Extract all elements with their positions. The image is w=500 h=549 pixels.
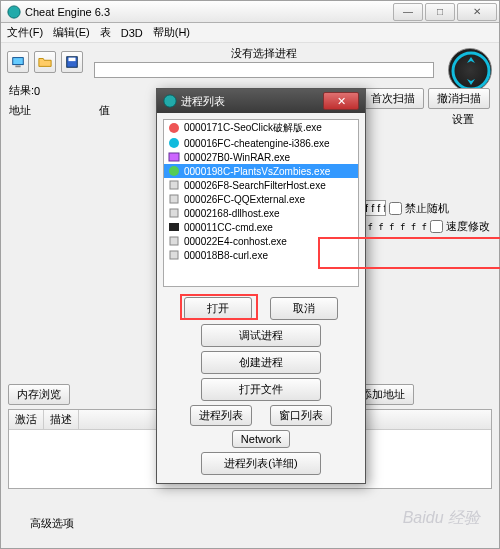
toolbar: 没有选择进程 bbox=[1, 43, 499, 81]
dialog-close-button[interactable]: ✕ bbox=[323, 92, 359, 110]
process-row[interactable]: 000026FC-QQExternal.exe bbox=[164, 192, 358, 206]
dialog-title-text: 进程列表 bbox=[181, 94, 225, 109]
cmd-icon bbox=[168, 221, 180, 233]
create-process-button[interactable]: 创建进程 bbox=[201, 351, 321, 374]
winrar-icon bbox=[168, 151, 180, 163]
process-listbox[interactable]: 0000171C-SeoClick破解版.exe 000016FC-cheate… bbox=[163, 119, 359, 287]
svg-rect-2 bbox=[15, 66, 20, 68]
process-name: 000016FC-cheatengine-i386.exe bbox=[184, 138, 330, 149]
app-icon bbox=[168, 122, 180, 134]
svg-rect-11 bbox=[170, 181, 178, 189]
minimize-button[interactable]: — bbox=[393, 3, 423, 21]
menu-table[interactable]: 表 bbox=[100, 25, 111, 40]
process-name: 000018B8-curl.exe bbox=[184, 250, 268, 261]
process-row[interactable]: 000011CC-cmd.exe bbox=[164, 220, 358, 234]
menu-edit[interactable]: 编辑(E) bbox=[53, 25, 90, 40]
speed-hack-checkbox[interactable] bbox=[430, 220, 443, 233]
process-row[interactable]: 000026F8-SearchFilterHost.exe bbox=[164, 178, 358, 192]
svg-point-0 bbox=[8, 5, 20, 17]
cheat-engine-logo[interactable] bbox=[448, 48, 492, 92]
svg-point-10 bbox=[169, 166, 179, 176]
options-panel: 禁止随机 f f f f f f f f 速度修改 bbox=[346, 200, 490, 237]
svg-rect-16 bbox=[170, 251, 178, 259]
exe-icon bbox=[168, 193, 180, 205]
computer-icon bbox=[11, 55, 25, 69]
svg-rect-4 bbox=[69, 58, 76, 62]
open-button[interactable]: 打开 bbox=[184, 297, 252, 320]
process-name: 000011CC-cmd.exe bbox=[184, 222, 273, 233]
debug-process-button[interactable]: 调试进程 bbox=[201, 324, 321, 347]
menu-file[interactable]: 文件(F) bbox=[7, 25, 43, 40]
process-name: 000026F8-SearchFilterHost.exe bbox=[184, 180, 326, 191]
svg-rect-9 bbox=[169, 153, 179, 161]
process-list-button[interactable]: 进程列表 bbox=[190, 405, 252, 426]
process-list-dialog: 进程列表 ✕ 0000171C-SeoClick破解版.exe 000016FC… bbox=[156, 88, 366, 484]
svg-point-6 bbox=[164, 95, 176, 107]
results-label: 结果: bbox=[9, 83, 34, 98]
exe-icon bbox=[168, 235, 180, 247]
open-file-button[interactable]: 打开文件 bbox=[201, 378, 321, 401]
window-title: Cheat Engine 6.3 bbox=[25, 6, 393, 18]
prevent-random-checkbox[interactable] bbox=[389, 202, 402, 215]
first-scan-button[interactable]: 首次扫描 bbox=[362, 88, 424, 109]
network-button[interactable]: Network bbox=[232, 430, 290, 448]
no-process-label: 没有选择进程 bbox=[94, 46, 434, 61]
open-process-button[interactable] bbox=[7, 51, 29, 73]
svg-point-7 bbox=[169, 123, 179, 133]
svg-rect-13 bbox=[170, 209, 178, 217]
process-row[interactable]: 000018B8-curl.exe bbox=[164, 248, 358, 262]
svg-rect-1 bbox=[13, 58, 24, 65]
save-button[interactable] bbox=[61, 51, 83, 73]
watermark: Baidu 经验 bbox=[403, 508, 480, 529]
svg-rect-15 bbox=[170, 237, 178, 245]
process-name: 0000198C-PlantsVsZombies.exe bbox=[184, 166, 330, 177]
dialog-icon bbox=[163, 94, 177, 108]
close-button[interactable]: ✕ bbox=[457, 3, 497, 21]
advanced-options[interactable]: 高级选项 bbox=[30, 516, 74, 531]
menu-help[interactable]: 帮助(H) bbox=[153, 25, 190, 40]
speed-hack-label: 速度修改 bbox=[446, 219, 490, 234]
ce-icon bbox=[168, 137, 180, 149]
process-list-detail-button[interactable]: 进程列表(详细) bbox=[201, 452, 321, 475]
process-row[interactable]: 0000171C-SeoClick破解版.exe bbox=[164, 120, 358, 136]
col-desc: 描述 bbox=[44, 410, 79, 429]
window-list-button[interactable]: 窗口列表 bbox=[270, 405, 332, 426]
process-row[interactable]: 000027B0-WinRAR.exe bbox=[164, 150, 358, 164]
open-folder-button[interactable] bbox=[34, 51, 56, 73]
process-row[interactable]: 000016FC-cheatengine-i386.exe bbox=[164, 136, 358, 150]
exe-icon bbox=[168, 249, 180, 261]
folder-icon bbox=[38, 55, 52, 69]
process-row[interactable]: 000022E4-conhost.exe bbox=[164, 234, 358, 248]
process-row-selected[interactable]: 0000198C-PlantsVsZombies.exe bbox=[164, 164, 358, 178]
process-name: 000022E4-conhost.exe bbox=[184, 236, 287, 247]
exe-icon bbox=[168, 179, 180, 191]
cancel-button[interactable]: 取消 bbox=[270, 297, 338, 320]
col-address: 地址 bbox=[9, 103, 69, 118]
app-icon bbox=[7, 5, 21, 19]
save-icon bbox=[65, 55, 79, 69]
undo-scan-button[interactable]: 撤消扫描 bbox=[428, 88, 490, 109]
progress-bar bbox=[94, 62, 434, 78]
maximize-button[interactable]: □ bbox=[425, 3, 455, 21]
pvz-icon bbox=[168, 165, 180, 177]
memory-view-button[interactable]: 内存浏览 bbox=[8, 384, 70, 405]
process-name: 000027B0-WinRAR.exe bbox=[184, 152, 290, 163]
results-count: 0 bbox=[34, 85, 40, 97]
titlebar: Cheat Engine 6.3 — □ ✕ bbox=[1, 1, 499, 23]
dialog-titlebar: 进程列表 ✕ bbox=[157, 89, 365, 113]
process-name: 00002168-dllhost.exe bbox=[184, 208, 280, 219]
dialog-buttons: 打开 取消 调试进程 创建进程 打开文件 进程列表 窗口列表 Network 进… bbox=[157, 293, 365, 483]
exe-icon bbox=[168, 207, 180, 219]
svg-rect-14 bbox=[169, 223, 179, 231]
process-row[interactable]: 00002168-dllhost.exe bbox=[164, 206, 358, 220]
svg-point-8 bbox=[169, 138, 179, 148]
process-name: 0000171C-SeoClick破解版.exe bbox=[184, 121, 322, 135]
menubar: 文件(F) 编辑(E) 表 D3D 帮助(H) bbox=[1, 23, 499, 43]
settings-label[interactable]: 设置 bbox=[452, 112, 474, 127]
process-name: 000026FC-QQExternal.exe bbox=[184, 194, 305, 205]
col-value: 值 bbox=[99, 103, 159, 118]
svg-rect-12 bbox=[170, 195, 178, 203]
menu-d3d[interactable]: D3D bbox=[121, 27, 143, 39]
prevent-random-label: 禁止随机 bbox=[405, 201, 449, 216]
col-active: 激活 bbox=[9, 410, 44, 429]
